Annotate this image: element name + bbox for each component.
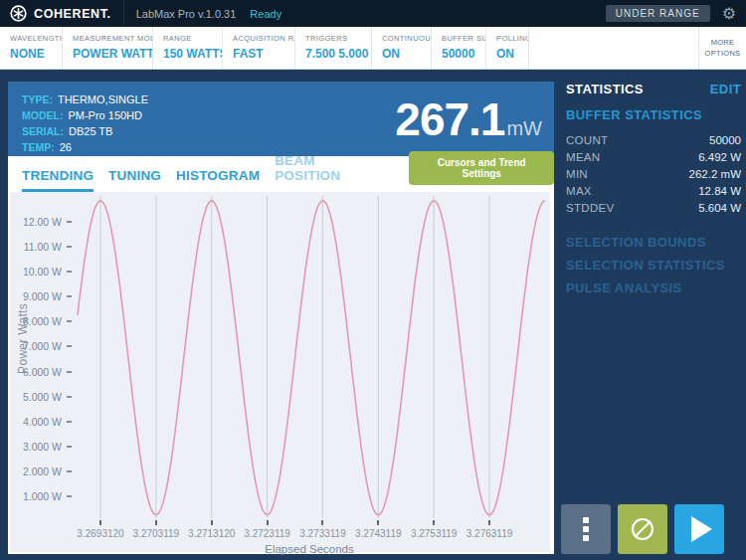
- y-tick-mark: [67, 320, 72, 322]
- reading-unit: mW: [506, 117, 542, 140]
- toolbar-cell-label: MEASUREMENT MODE: [73, 34, 152, 43]
- edit-statistics-link[interactable]: EDIT: [710, 82, 741, 96]
- toolbar-spacer: [529, 27, 699, 69]
- status-text: Ready: [250, 8, 281, 20]
- toolbar-cell-buffer-size[interactable]: BUFFER SIZE50000: [432, 27, 486, 69]
- buffer-statistics-section-header[interactable]: BUFFER STATISTICS: [566, 107, 741, 122]
- y-tick-label: 5.000 W: [10, 391, 62, 403]
- section-header-selection-bounds[interactable]: SELECTION BOUNDS: [566, 231, 741, 254]
- device-info-label: MODEL:: [22, 109, 63, 121]
- device-info-value: DB25 TB: [69, 125, 112, 137]
- more-options-button[interactable]: MORE OPTIONS: [699, 27, 746, 69]
- device-info-row: TEMP:26: [22, 138, 148, 154]
- under-range-badge[interactable]: UNDER RANGE: [606, 5, 710, 22]
- stat-value: 12.84 W: [698, 185, 741, 197]
- toolbar-cell-value: 150 WATTS: [163, 47, 222, 61]
- toolbar-cell-value: POWER WATTS: [73, 47, 152, 61]
- toolbar-cell-range[interactable]: RANGE150 WATTS: [153, 27, 223, 69]
- device-info-row: TYPE:THERMO,SINGLE: [22, 91, 148, 106]
- toolbar-cell-value: ON: [382, 47, 431, 61]
- trending-chart: Power Watts 12.00 W11.00 W10.00 W9.000 W…: [10, 192, 550, 552]
- device-info-label: TEMP:: [22, 141, 55, 153]
- stat-label: MIN: [566, 168, 588, 180]
- toolbar-cell-label: RANGE: [163, 34, 222, 43]
- device-info-label: SERIAL:: [22, 125, 64, 137]
- buffer-statistics-rows: COUNT50000MEAN6.492 WMIN262.2 mWMAX12.84…: [566, 131, 741, 216]
- device-info-list: TYPE:THERMO,SINGLEMODEL:PM-Pro 150HDSERI…: [22, 91, 148, 154]
- stat-value: 262.2 mW: [689, 168, 741, 180]
- x-tick-label: 3.2713120: [180, 528, 244, 539]
- x-tick-mark: [155, 520, 157, 525]
- stat-label: STDDEV: [566, 202, 614, 214]
- y-tick-label: 3.000 W: [10, 441, 62, 453]
- y-tick-mark: [67, 396, 72, 398]
- y-tick-mark: [67, 446, 72, 448]
- cursors-trend-settings-button[interactable]: Cursors and Trend Settings: [409, 151, 554, 185]
- brand-name: COHERENT.: [34, 7, 111, 21]
- x-tick-mark: [267, 520, 269, 525]
- toolbar-cell-measurement-mode[interactable]: MEASUREMENT MODEPOWER WATTS: [63, 27, 153, 69]
- stat-label: MEAN: [566, 151, 600, 163]
- device-info-row: MODEL:PM-Pro 150HD: [22, 106, 148, 122]
- stat-row-stddev: STDDEV5.604 W: [566, 199, 741, 216]
- toolbar-cell-value: ON: [496, 47, 528, 61]
- zero-stop-button[interactable]: [618, 504, 667, 554]
- more-actions-button[interactable]: [561, 504, 611, 554]
- y-tick-label: 8.000 W: [10, 315, 62, 327]
- toolbar-cell-value: 7.500 5.000: [305, 47, 371, 61]
- stat-row-mean: MEAN6.492 W: [566, 148, 741, 165]
- device-info-row: SERIAL:DB25 TB: [22, 122, 148, 138]
- y-tick-mark: [67, 246, 72, 248]
- section-header-pulse-analysis[interactable]: PULSE ANALYSIS: [566, 277, 741, 299]
- view-tabs: TRENDINGTUNINGHISTOGRAMBEAM POSITIONCurs…: [8, 156, 554, 192]
- y-tick-label: 9.000 W: [10, 290, 62, 302]
- statistics-panel: STATISTICS EDIT BUFFER STATISTICS COUNT5…: [566, 82, 741, 299]
- start-acquisition-button[interactable]: [674, 504, 724, 554]
- stat-label: MAX: [566, 185, 592, 197]
- toolbar-cell-acquisition-rate[interactable]: ACQUISITION RATEFAST: [223, 27, 295, 69]
- y-tick-mark: [67, 421, 72, 423]
- null-circle-slash-icon: [628, 514, 657, 544]
- trend-plot: [72, 196, 547, 518]
- statistics-title: STATISTICS: [566, 82, 644, 96]
- x-tick-mark: [377, 520, 379, 525]
- x-axis-title: Elapsed Seconds: [72, 543, 547, 555]
- y-tick-label: 7.000 W: [10, 340, 62, 352]
- tab-beam-position[interactable]: BEAM POSITION: [275, 143, 378, 192]
- y-tick-mark: [67, 495, 72, 497]
- toolbar-cell-triggers[interactable]: TRIGGERS7.500 5.000: [295, 27, 372, 69]
- toolbar-cell-value: FAST: [233, 47, 294, 61]
- device-info-label: TYPE:: [22, 93, 53, 105]
- settings-toolbar: WAVELENGTHNONEMEASUREMENT MODEPOWER WATT…: [0, 27, 746, 70]
- toolbar-cell-wavelength[interactable]: WAVELENGTHNONE: [0, 27, 63, 69]
- x-tick-label: 3.2733119: [290, 528, 354, 539]
- y-tick-label: 12.00 W: [10, 216, 62, 228]
- y-tick-label: 11.00 W: [10, 241, 62, 253]
- device-info-value: 26: [60, 141, 72, 153]
- y-tick-mark: [67, 221, 72, 223]
- x-tick-label: 3.2693120: [69, 528, 132, 539]
- gear-icon[interactable]: ⚙: [722, 6, 736, 22]
- x-tick-label: 3.2703119: [124, 528, 188, 539]
- top-bar: COHERENT. LabMax Pro v.1.0.31 Ready UNDE…: [0, 0, 746, 27]
- toolbar-cell-continuous[interactable]: CONTINUOUSON: [372, 27, 432, 69]
- device-info-value: PM-Pro 150HD: [68, 109, 142, 121]
- tab-tuning[interactable]: TUNING: [108, 158, 161, 192]
- x-tick-label: 3.2753119: [402, 528, 466, 539]
- tab-histogram[interactable]: HISTOGRAM: [176, 158, 260, 192]
- y-tick-mark: [67, 271, 72, 273]
- tab-trending[interactable]: TRENDING: [22, 158, 93, 192]
- stat-value: 50000: [709, 134, 741, 146]
- stat-value: 6.492 W: [698, 151, 741, 163]
- collapsed-sections: SELECTION BOUNDSSELECTION STATISTICSPULS…: [566, 231, 741, 299]
- toolbar-cell-polling[interactable]: POLLINGON: [486, 27, 529, 69]
- toolbar-cell-label: TRIGGERS: [305, 34, 371, 43]
- reading-value: 267.1: [395, 93, 504, 146]
- section-header-selection-statistics[interactable]: SELECTION STATISTICS: [566, 254, 741, 277]
- y-tick-mark: [67, 371, 72, 373]
- toolbar-cell-value: NONE: [10, 47, 62, 61]
- toolbar-cell-label: BUFFER SIZE: [442, 34, 485, 43]
- x-tick-mark: [211, 520, 213, 525]
- app-title: LabMax Pro v.1.0.31: [136, 8, 237, 20]
- y-tick-label: 1.000 W: [10, 490, 62, 502]
